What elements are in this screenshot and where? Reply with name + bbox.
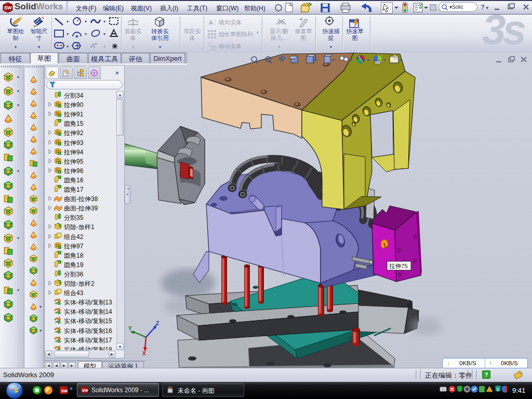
svg-text:X: X: [142, 351, 146, 356]
svg-text:S: S: [497, 387, 499, 392]
svg-text:SW: SW: [82, 388, 89, 393]
svg-text:▾: ▾: [103, 32, 105, 36]
svg-text:▾: ▾: [103, 44, 105, 49]
svg-text:▾: ▾: [85, 32, 87, 36]
svg-text:▾: ▾: [66, 32, 69, 36]
svg-text:▾: ▾: [66, 19, 69, 24]
svg-text:SW: SW: [61, 389, 68, 393]
svg-text:▾: ▾: [103, 19, 105, 24]
svg-text:SW: SW: [4, 5, 12, 10]
svg-text:!: !: [489, 388, 490, 392]
svg-text:▾: ▾: [66, 44, 69, 49]
svg-text:拉伸75: 拉伸75: [389, 263, 408, 269]
svg-text:»: »: [70, 385, 73, 391]
svg-text:Y: Y: [128, 326, 132, 331]
svg-text:▾: ▾: [85, 19, 87, 24]
svg-text:Z: Z: [156, 321, 159, 326]
